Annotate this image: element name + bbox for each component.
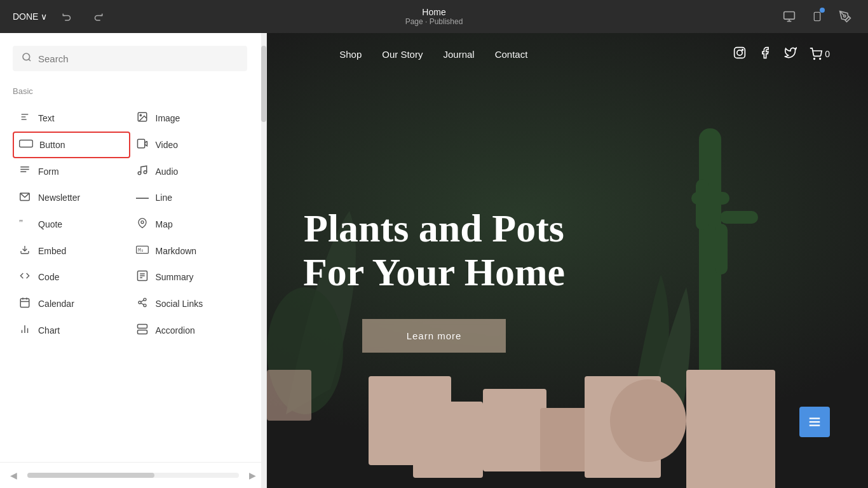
widget-label-social: Social Links: [156, 299, 203, 309]
instagram-icon[interactable]: [733, 46, 746, 62]
widget-label-video: Video: [156, 140, 179, 150]
svg-point-30: [23, 53, 30, 60]
widget-item-markdown[interactable]: M↓Markdown: [130, 238, 248, 264]
svg-rect-67: [137, 325, 147, 329]
svg-rect-38: [137, 139, 144, 148]
page-title: Home: [405, 7, 463, 17]
markdown-icon: M↓: [135, 245, 149, 257]
svg-text:M↓: M↓: [138, 247, 144, 253]
svg-point-24: [742, 49, 743, 50]
widget-panel: Basic TextImageButtonVideoFormAudioNewsl…: [0, 33, 267, 488]
search-bar: [13, 46, 247, 71]
hero-learn-more-button[interactable]: Learn more: [362, 319, 506, 353]
scroll-left-button[interactable]: ◀: [5, 468, 22, 483]
horizontal-scrollbar[interactable]: [27, 473, 239, 478]
panel-scrollbar[interactable]: [261, 33, 266, 488]
twitter-icon[interactable]: [784, 46, 797, 62]
svg-point-61: [144, 304, 146, 307]
toolbar-right: [779, 6, 855, 27]
widget-label-markdown: Markdown: [156, 246, 197, 256]
form-icon: [18, 165, 32, 179]
widget-label-form: Form: [38, 166, 59, 177]
line-icon: [135, 192, 149, 203]
text-icon: [18, 111, 32, 125]
widget-label-embed: Embed: [38, 246, 66, 256]
widget-item-code[interactable]: Code: [13, 264, 130, 290]
svg-rect-68: [137, 330, 147, 334]
svg-text:": ": [19, 218, 23, 228]
nav-our-story[interactable]: Our Story: [382, 49, 423, 60]
toolbar-center: Home Page · Published: [405, 7, 463, 26]
widget-item-chart[interactable]: Chart: [13, 317, 130, 344]
done-label: DONE: [13, 11, 38, 22]
widget-item-social[interactable]: Social Links: [130, 290, 248, 317]
map-icon: [135, 217, 149, 232]
widget-item-audio[interactable]: Audio: [130, 158, 248, 185]
toolbar-left: DONE ∨: [13, 6, 108, 27]
mobile-view-button[interactable]: [807, 6, 827, 27]
widget-item-calendar[interactable]: Calendar: [13, 290, 130, 317]
embed-icon: [18, 245, 32, 257]
newsletter-icon: [18, 191, 32, 204]
done-button[interactable]: DONE ∨: [13, 11, 47, 22]
hero-content: Plants and Pots For Your Home Learn more: [303, 207, 565, 352]
panel-inner: Basic TextImageButtonVideoFormAudioNewsl…: [0, 33, 266, 356]
nav-contact[interactable]: Contact: [495, 49, 528, 60]
design-button[interactable]: [835, 6, 855, 27]
widget-label-image: Image: [156, 113, 180, 123]
done-chevron: ∨: [41, 11, 47, 22]
cart-icon[interactable]: 0: [810, 48, 830, 60]
widget-item-button[interactable]: Button: [13, 132, 130, 158]
quote-icon: ": [18, 218, 32, 231]
site-nav-icons: 0: [733, 46, 830, 62]
widget-item-video[interactable]: Video: [130, 132, 248, 158]
hero-title-line1: Plants and Pots: [303, 207, 565, 250]
accordion-icon: [135, 323, 149, 337]
panel-scroll-area[interactable]: Basic TextImageButtonVideoFormAudioNewsl…: [0, 33, 266, 462]
widget-item-line[interactable]: Line: [130, 185, 248, 210]
widget-item-text[interactable]: Text: [13, 105, 130, 132]
widget-label-text: Text: [38, 113, 55, 123]
svg-point-25: [814, 58, 815, 60]
svg-rect-37: [20, 140, 33, 147]
h-scrollbar-thumb: [27, 473, 154, 478]
svg-rect-22: [735, 47, 745, 58]
widget-item-quote[interactable]: "Quote: [13, 210, 130, 238]
widget-item-form[interactable]: Form: [13, 158, 130, 185]
search-icon: [22, 52, 32, 65]
chart-icon: [18, 323, 32, 337]
widget-label-summary: Summary: [156, 272, 194, 282]
panel-bottom-controls: ◀ ▶: [0, 462, 266, 488]
widget-item-image[interactable]: Image: [130, 105, 248, 132]
svg-rect-0: [784, 12, 795, 20]
hero-title-line2: For Your Home: [303, 250, 565, 294]
svg-point-36: [140, 114, 141, 116]
nav-journal[interactable]: Journal: [443, 49, 474, 60]
svg-rect-55: [20, 299, 29, 308]
desktop-view-button[interactable]: [779, 6, 799, 27]
section-label: Basic: [13, 86, 247, 96]
widget-item-embed[interactable]: Embed: [13, 238, 130, 264]
widget-item-map[interactable]: Map: [130, 210, 248, 238]
svg-point-60: [139, 301, 141, 304]
redo-button[interactable]: [88, 6, 108, 27]
audio-icon: [135, 165, 149, 179]
widget-label-map: Map: [156, 219, 173, 229]
svg-rect-3: [814, 12, 820, 20]
scroll-right-button[interactable]: ▶: [244, 468, 261, 483]
svg-point-5: [844, 15, 846, 17]
widget-item-newsletter[interactable]: Newsletter: [13, 185, 130, 210]
nav-shop[interactable]: Shop: [339, 49, 362, 60]
widget-item-summary[interactable]: Summary: [130, 264, 248, 290]
search-input[interactable]: [38, 53, 238, 64]
widget-item-accordion[interactable]: Accordion: [130, 317, 248, 344]
facebook-icon[interactable]: [759, 46, 771, 62]
video-icon: [135, 138, 149, 152]
notification-badge: [820, 8, 825, 13]
panel-scrollbar-thumb[interactable]: [261, 46, 266, 122]
fab-reorder-button[interactable]: [799, 407, 830, 437]
widget-label-audio: Audio: [156, 166, 179, 177]
page-status: Page · Published: [405, 17, 463, 26]
undo-button[interactable]: [57, 6, 78, 27]
widget-grid: TextImageButtonVideoFormAudioNewsletterL…: [13, 105, 247, 344]
